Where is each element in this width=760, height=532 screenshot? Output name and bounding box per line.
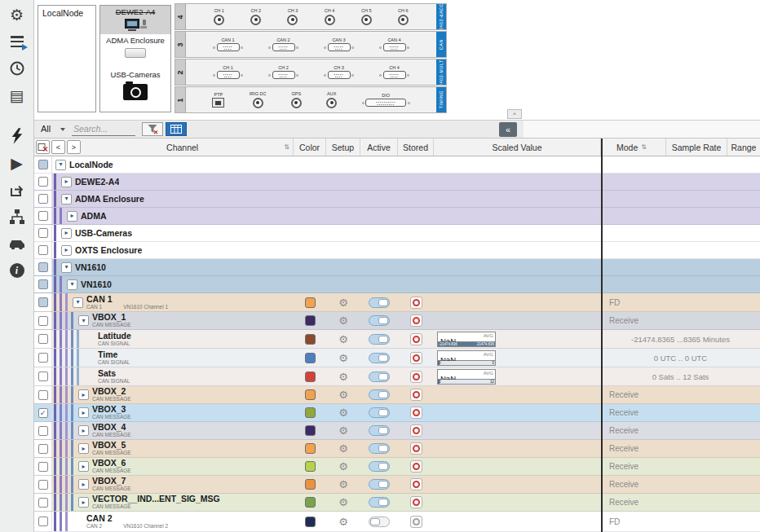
color-swatch[interactable]: [305, 407, 316, 418]
channel-row[interactable]: CAN 2 CAN 2 VN1610 Channel 2 ⚙: [34, 512, 760, 532]
row-checkbox[interactable]: [38, 211, 48, 221]
row-checkbox[interactable]: [38, 498, 48, 508]
network-icon[interactable]: [6, 207, 29, 226]
stored-record-button[interactable]: [410, 389, 422, 401]
row-checkbox[interactable]: [38, 262, 48, 272]
color-swatch[interactable]: [305, 461, 316, 472]
vehicle-icon[interactable]: [6, 234, 29, 253]
stored-record-button[interactable]: [410, 424, 422, 437]
row-checkbox[interactable]: [38, 177, 48, 187]
expander-toggle[interactable]: ▸: [78, 479, 89, 490]
channel-row[interactable]: ▾ ADMA Enclosure ⚙: [34, 191, 760, 208]
row-checkbox[interactable]: [38, 228, 48, 238]
expander-toggle[interactable]: ▸: [61, 177, 72, 187]
color-swatch[interactable]: [305, 334, 316, 345]
expander-toggle[interactable]: ▸: [61, 228, 72, 239]
expander-toggle[interactable]: ▸: [67, 211, 77, 222]
setup-gear-icon[interactable]: ⚙: [338, 479, 348, 490]
header-channel[interactable]: Channel: [82, 143, 282, 152]
stored-record-button[interactable]: [410, 442, 422, 455]
active-toggle[interactable]: [369, 443, 390, 454]
module-slot[interactable]: 3CAN 1•••••••••CAN 2•••••••••CAN 3••••••…: [175, 31, 447, 58]
active-toggle[interactable]: [369, 334, 390, 345]
row-checkbox[interactable]: [38, 353, 48, 363]
channel-row[interactable]: Time CAN SIGNAL ⚙ NaN AVG: [34, 349, 760, 367]
panel-scroll-up-button[interactable]: ^: [507, 109, 522, 119]
row-checkbox[interactable]: [38, 426, 48, 436]
sort-icon[interactable]: ⇅: [284, 143, 289, 151]
channel-row[interactable]: ▸ VBOX_7 CAN MESSAGE ⚙: [34, 476, 760, 494]
channel-row[interactable]: Latitude CAN SIGNAL ⚙ NaN AVG: [34, 330, 760, 349]
header-range[interactable]: Range: [727, 138, 760, 156]
column-options-button[interactable]: [166, 122, 187, 136]
localnode-box[interactable]: LocalNode: [38, 5, 96, 112]
module-slot[interactable]: 1PTPIRIG DCGPSAUXDIO•••••••••••••••••••T…: [175, 86, 447, 113]
header-color[interactable]: Color: [294, 138, 326, 156]
deselect-all-button[interactable]: [36, 140, 50, 154]
expand-all-button[interactable]: >: [67, 140, 81, 154]
setup-gear-icon[interactable]: ⚙: [338, 425, 348, 436]
setup-gear-icon[interactable]: ⚙: [338, 372, 348, 382]
expander-toggle[interactable]: ▸: [78, 407, 89, 418]
channel-row[interactable]: ▾ VN1610 ⚙: [34, 276, 760, 293]
channel-row[interactable]: ▸ VECTOR__IND...ENT_SIG_MSG CAN MESSAGE …: [34, 494, 760, 512]
expander-toggle[interactable]: ▸: [61, 245, 72, 256]
active-toggle[interactable]: [369, 425, 390, 436]
stored-record-button[interactable]: [410, 407, 422, 419]
sync-setup-icon[interactable]: [6, 59, 29, 78]
device-card[interactable]: USB-Cameras: [100, 68, 170, 112]
expander-toggle[interactable]: ▾: [78, 315, 89, 326]
row-checkbox[interactable]: [38, 372, 48, 381]
row-checkbox[interactable]: [38, 444, 48, 454]
channel-row[interactable]: Sats CAN SIGNAL ⚙ NaN AVG: [34, 367, 760, 386]
expander-toggle[interactable]: ▸: [78, 443, 89, 454]
info-icon[interactable]: i: [6, 261, 29, 280]
device-card[interactable]: ADMA Enclosure: [100, 34, 170, 68]
expander-toggle[interactable]: ▸: [78, 425, 89, 436]
expander-toggle[interactable]: ▾: [55, 160, 66, 170]
active-toggle[interactable]: [369, 461, 390, 472]
active-toggle[interactable]: [369, 372, 390, 382]
expander-toggle[interactable]: ▾: [73, 297, 83, 308]
expander-toggle[interactable]: ▸: [78, 461, 89, 472]
filter-scope-dropdown[interactable]: All: [41, 124, 51, 134]
color-swatch[interactable]: [305, 297, 316, 308]
color-swatch[interactable]: [305, 517, 316, 527]
row-checkbox[interactable]: [38, 316, 48, 326]
channel-row[interactable]: ▾ LocalNode ⚙: [34, 156, 760, 174]
row-checkbox[interactable]: [38, 279, 48, 289]
clear-filter-button[interactable]: [142, 122, 163, 136]
setup-gear-icon[interactable]: ⚙: [338, 443, 348, 454]
setup-gear-icon[interactable]: ⚙: [338, 389, 348, 400]
channel-row[interactable]: ▸ VBOX_5 CAN MESSAGE ⚙: [34, 440, 760, 458]
row-checkbox[interactable]: [38, 194, 48, 204]
expander-toggle[interactable]: ▸: [78, 497, 89, 508]
channel-row[interactable]: ▾ CAN 1 CAN 1 VN1610 Channel 1 ⚙: [34, 293, 760, 312]
header-active[interactable]: Active: [360, 138, 398, 156]
header-sample-rate[interactable]: Sample Rate: [666, 138, 727, 156]
channel-row[interactable]: ✓ ▸ VBOX_3 CAN MESSAGE ⚙: [34, 404, 760, 422]
active-toggle[interactable]: [369, 389, 390, 400]
channel-row[interactable]: ▸ DEWE2-A4 ⚙: [34, 174, 760, 191]
row-checkbox[interactable]: [38, 160, 48, 169]
active-toggle[interactable]: [369, 297, 390, 308]
active-toggle[interactable]: [369, 315, 390, 326]
row-checkbox[interactable]: [38, 390, 48, 400]
channel-row[interactable]: ▸ USB-Cameras ⚙: [34, 225, 760, 242]
color-swatch[interactable]: [305, 443, 316, 454]
expander-toggle[interactable]: ▸: [78, 389, 89, 400]
color-swatch[interactable]: [305, 353, 316, 363]
setup-gear-icon[interactable]: ⚙: [338, 461, 348, 472]
stored-record-button[interactable]: [410, 460, 422, 473]
active-toggle[interactable]: [369, 479, 390, 490]
stored-record-button[interactable]: [410, 314, 422, 327]
header-scaled-value[interactable]: Scaled Value: [434, 138, 601, 156]
row-checkbox[interactable]: ✓: [38, 408, 48, 418]
color-swatch[interactable]: [305, 315, 316, 326]
channel-row[interactable]: ▸ OXTS Enclosure ⚙: [34, 242, 760, 259]
module-slot[interactable]: 4CH 1CH 2CH 3CH 4CH 5CH 62402-dACC: [175, 3, 447, 30]
measure-icon[interactable]: [6, 126, 29, 146]
channel-row[interactable]: ▾ VN1610 ⚙: [34, 259, 760, 276]
reporting-icon[interactable]: ▤: [6, 86, 29, 105]
channel-row[interactable]: ▸ VBOX_6 CAN MESSAGE ⚙: [34, 458, 760, 476]
